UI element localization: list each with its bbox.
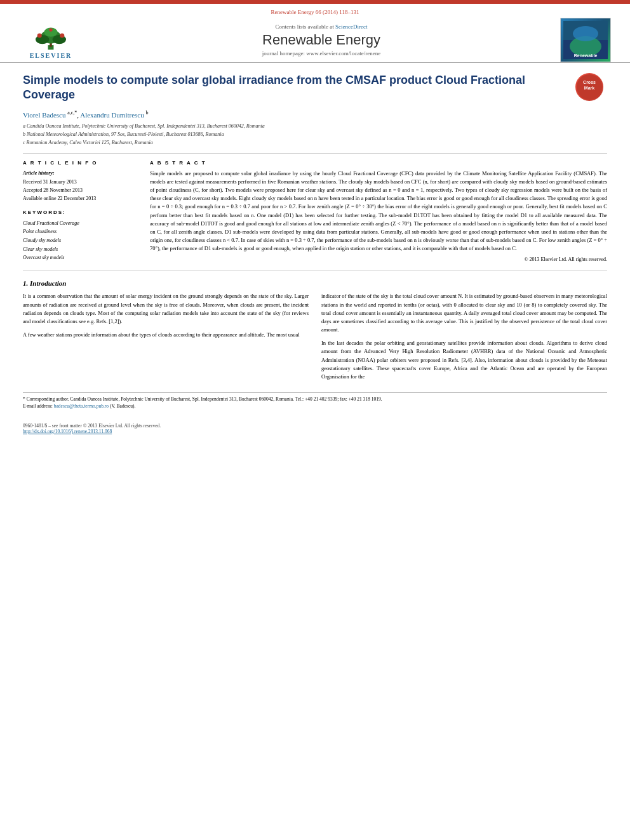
intro-para-4: In the last decades the polar orbiting a… xyxy=(321,339,607,381)
received-date: Received 31 January 2013 xyxy=(23,179,77,185)
divider-2 xyxy=(23,270,607,270)
abstract-copyright: © 2013 Elsevier Ltd. All rights reserved… xyxy=(150,257,607,262)
footnote-email: E-mail address: badescu@theta.termo.pub.… xyxy=(23,403,607,410)
science-direct-line: Contents lists available at ScienceDirec… xyxy=(95,23,547,30)
intro-para-2: A few weather stations provide informati… xyxy=(23,331,309,339)
keyword-4: Clear sky models xyxy=(23,245,137,254)
body-content: 1. Introduction It is a common observati… xyxy=(23,279,607,386)
journal-title-main: Renewable Energy xyxy=(95,32,547,48)
abstract-header: A B S T R A C T xyxy=(150,160,607,166)
crossmark-logo: Cross Mark xyxy=(575,73,607,105)
author-dumitrescu[interactable]: Alexandru Dumitrescu xyxy=(80,111,144,119)
elsevier-text: ELSEVIER xyxy=(30,52,72,59)
affiliation-a: a Candida Oancea Institute, Polytechnic … xyxy=(23,123,607,130)
journal-homepage: journal homepage: www.elsevier.com/locat… xyxy=(95,50,547,57)
abstract-text: Simple models are proposed to compute so… xyxy=(150,170,607,253)
crossmark-icon: Cross Mark xyxy=(575,73,603,101)
re-logo-box: Renewable xyxy=(560,18,611,62)
elsevier-logo-area: ELSEVIER xyxy=(13,21,89,59)
svg-text:Cross: Cross xyxy=(583,80,596,84)
svg-point-8 xyxy=(49,28,52,31)
bottom-bar: 0960-1481/$ – see front matter © 2013 El… xyxy=(0,423,630,441)
article-info-header: A R T I C L E I N F O xyxy=(23,160,137,166)
section-title-intro: 1. Introduction xyxy=(23,279,607,287)
body-right: indicator of the state of the sky is the… xyxy=(321,292,607,386)
article-title-section: Simple models to compute solar global ir… xyxy=(23,73,607,105)
abstract-col: A B S T R A C T Simple models are propos… xyxy=(150,160,607,263)
article-title: Simple models to compute solar global ir… xyxy=(23,73,563,103)
article-history: Article history: Received 31 January 201… xyxy=(23,170,137,203)
page: Renewable Energy 66 (2014) 118–131 xyxy=(0,0,630,840)
affiliation-c: c Romanian Academy, Calea Victoriei 125,… xyxy=(23,139,607,147)
svg-point-12 xyxy=(573,26,598,41)
journal-info-line: Renewable Energy 66 (2014) 118–131 xyxy=(13,9,617,15)
article-info-col: A R T I C L E I N F O Article history: R… xyxy=(23,160,137,263)
keyword-2: Point cloudiness xyxy=(23,227,137,236)
intro-para-1: It is a common observation that the amou… xyxy=(23,292,309,326)
keywords-list: Cloud Fractional Coverage Point cloudine… xyxy=(23,219,137,262)
intro-para-3: indicator of the state of the sky is the… xyxy=(321,292,607,334)
footnotes: * Corresponding author. Candida Oancea I… xyxy=(23,392,607,410)
journal-center: Contents lists available at ScienceDirec… xyxy=(89,23,554,57)
journal-logo-right: Renewable xyxy=(554,18,617,62)
authors: Viorel Badescu a,c,*, Alexandru Dumitres… xyxy=(23,110,607,119)
svg-point-6 xyxy=(37,33,42,37)
journal-header-inner: ELSEVIER Contents lists available at Sci… xyxy=(13,18,617,62)
history-label: Article history: xyxy=(23,170,137,178)
keywords-header: Keywords: xyxy=(23,210,137,215)
email-link[interactable]: badescu@theta.termo.pub.ro xyxy=(54,403,109,409)
keywords-section: Keywords: Cloud Fractional Coverage Poin… xyxy=(23,210,137,262)
divider-1 xyxy=(23,153,607,154)
keyword-5: Overcast sky models xyxy=(23,253,137,262)
affiliations: a Candida Oancea Institute, Polytechnic … xyxy=(23,123,607,147)
elsevier-logo: ELSEVIER xyxy=(19,21,83,59)
elsevier-tree-icon xyxy=(29,25,73,51)
available-online: Available online 22 December 2013 xyxy=(23,196,96,201)
body-left: It is a common observation that the amou… xyxy=(23,292,309,386)
footnote-corresponding: * Corresponding author. Candida Oancea I… xyxy=(23,396,607,403)
svg-point-7 xyxy=(60,33,64,37)
keyword-1: Cloud Fractional Coverage xyxy=(23,219,137,228)
author-badescu[interactable]: Viorel Badescu xyxy=(23,111,65,119)
journal-header: Renewable Energy 66 (2014) 118–131 xyxy=(0,4,630,63)
main-content: Simple models to compute solar global ir… xyxy=(0,63,630,423)
svg-text:Mark: Mark xyxy=(584,86,594,90)
svg-text:Renewable: Renewable xyxy=(574,53,598,58)
bottom-issn: 0960-1481/$ – see front matter © 2013 El… xyxy=(23,423,161,434)
article-info-abstract: A R T I C L E I N F O Article history: R… xyxy=(23,160,607,263)
affiliation-b: b National Meteorological Administration… xyxy=(23,131,607,138)
accepted-date: Accepted 28 November 2013 xyxy=(23,187,83,193)
keyword-3: Cloudy sky models xyxy=(23,236,137,245)
science-direct-link[interactable]: ScienceDirect xyxy=(335,23,367,30)
body-two-col: It is a common observation that the amou… xyxy=(23,292,607,386)
doi-link[interactable]: http://dx.doi.org/10.1016/j.renene.2013.… xyxy=(23,429,112,434)
